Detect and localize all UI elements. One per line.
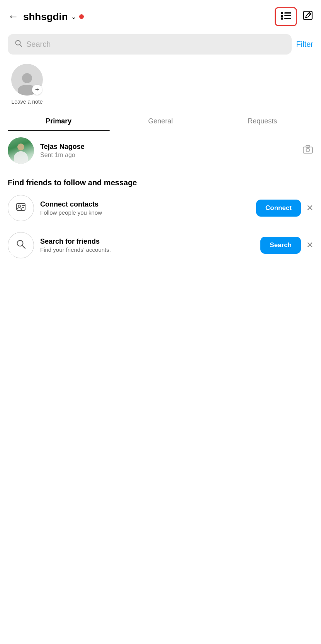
online-status-dot — [79, 14, 84, 19]
svg-rect-6 — [304, 11, 312, 20]
camera-icon[interactable] — [302, 145, 313, 157]
search-bar[interactable]: Search — [8, 34, 292, 55]
search-friends-actions: Search ✕ — [260, 237, 313, 254]
sender-name: Tejas Nagose — [40, 143, 296, 151]
add-story-button[interactable]: + — [32, 85, 42, 95]
list-item: Connect contacts Follow people you know … — [8, 195, 313, 221]
find-friends-title: Find friends to follow and message — [8, 178, 313, 187]
filter-button[interactable]: Filter — [296, 40, 313, 49]
header-right — [275, 7, 313, 26]
svg-point-4 — [281, 17, 283, 20]
dismiss-search-button[interactable]: ✕ — [306, 241, 313, 249]
tab-primary[interactable]: Primary — [8, 112, 110, 131]
svg-rect-12 — [306, 145, 310, 147]
search-friends-title: Search for friends — [40, 237, 254, 246]
tab-requests[interactable]: Requests — [211, 112, 313, 131]
search-button[interactable]: Search — [260, 237, 301, 254]
compose-button[interactable] — [302, 10, 313, 24]
svg-rect-1 — [284, 12, 291, 14]
svg-rect-10 — [303, 147, 313, 153]
connect-contacts-title: Connect contacts — [40, 200, 250, 208]
list-item: Search for friends Find your friends' ac… — [8, 232, 313, 258]
connect-contacts-icon-circle — [8, 195, 34, 221]
list-icon-button[interactable] — [275, 7, 297, 26]
svg-point-0 — [281, 12, 283, 14]
connect-button[interactable]: Connect — [256, 200, 301, 217]
chevron-down-icon[interactable]: ⌄ — [71, 13, 76, 20]
search-friends-icon-circle — [8, 232, 34, 258]
header-left: ← shhsgdin ⌄ — [8, 10, 84, 23]
connect-contacts-actions: Connect ✕ — [256, 200, 313, 217]
search-icon — [15, 39, 22, 49]
svg-rect-13 — [17, 203, 25, 210]
person-card-icon — [15, 201, 27, 215]
leave-note-item[interactable]: + Leave a note — [8, 64, 46, 105]
story-avatar-wrapper: + — [11, 64, 43, 96]
svg-line-18 — [22, 246, 25, 248]
search-friends-info: Search for friends Find your friends' ac… — [40, 237, 254, 253]
connect-contacts-info: Connect contacts Follow people you know — [40, 200, 250, 216]
tabs-row: Primary General Requests — [0, 112, 321, 131]
table-row[interactable]: Tejas Nagose Sent 1m ago — [0, 131, 321, 170]
avatar — [8, 137, 34, 164]
tab-general[interactable]: General — [110, 112, 212, 131]
connect-contacts-subtitle: Follow people you know — [40, 209, 250, 216]
back-button[interactable]: ← — [8, 10, 19, 23]
stories-row: + Leave a note — [0, 58, 321, 108]
message-time: Sent 1m ago — [40, 152, 296, 159]
search-friends-icon — [15, 239, 26, 252]
dismiss-connect-button[interactable]: ✕ — [306, 204, 313, 212]
search-input-placeholder: Search — [26, 40, 51, 49]
svg-point-11 — [306, 148, 310, 152]
find-friends-section: Find friends to follow and message Conne… — [0, 170, 321, 273]
svg-line-9 — [20, 44, 22, 46]
list-icon — [280, 11, 291, 22]
username-row: shhsgdin ⌄ — [23, 11, 84, 23]
header: ← shhsgdin ⌄ — [0, 0, 321, 31]
username: shhsgdin — [23, 11, 68, 23]
message-list: Tejas Nagose Sent 1m ago — [0, 131, 321, 170]
svg-point-14 — [18, 205, 20, 207]
svg-rect-5 — [284, 18, 291, 19]
message-info: Tejas Nagose Sent 1m ago — [40, 143, 296, 159]
search-bar-container: Search Filter — [0, 31, 321, 58]
search-friends-subtitle: Find your friends' accounts. — [40, 246, 254, 253]
svg-rect-3 — [284, 15, 291, 16]
svg-point-2 — [281, 15, 283, 17]
story-label: Leave a note — [12, 99, 43, 105]
